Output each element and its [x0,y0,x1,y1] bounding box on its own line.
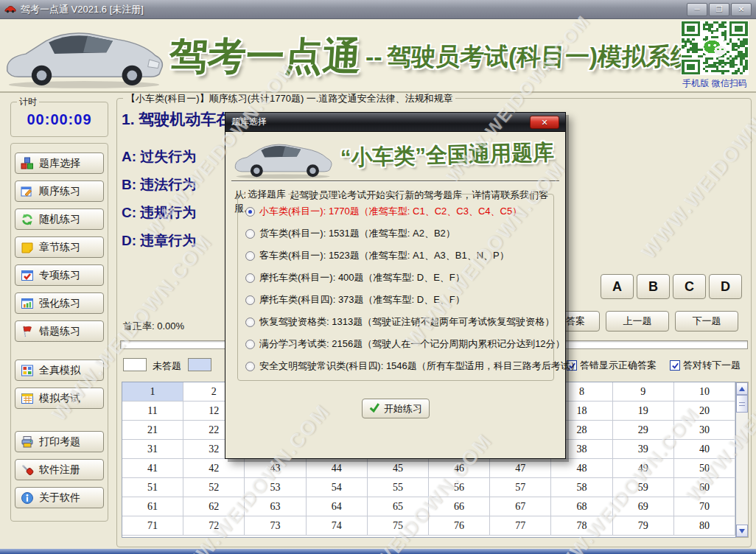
bank-option-5[interactable]: 摩托车类(科目四): 373题（准驾车型: D、E、F） [245,292,465,308]
bank-option-label: 满分学习考试类: 2156题（驾驶人在一个记分周期内累积记分达到12分） [259,337,565,351]
sidebar-button-shuffle[interactable]: 随机练习 [15,208,104,230]
grid-cell[interactable]: 66 [429,497,490,516]
bank-option-label: 摩托车类(科目一): 400题（准驾车型: D、E、F） [259,271,465,284]
grid-cell[interactable]: 53 [245,478,306,497]
grid-cell[interactable]: 45 [368,459,429,478]
start-practice-button[interactable]: 开始练习 [362,399,430,418]
minimize-button[interactable]: ─ [687,3,707,16]
bank-option-4[interactable]: 摩托车类(科目一): 400题（准驾车型: D、E、F） [245,270,465,286]
close-button[interactable]: ✕ [731,3,752,16]
grid-cell[interactable]: 21 [122,421,183,440]
thumb-grip-icon [739,402,745,406]
grid-cell[interactable]: 52 [183,478,245,497]
grid-cell[interactable]: 58 [551,478,612,497]
grid-cell[interactable]: 78 [551,516,612,536]
grid-cell[interactable]: 74 [307,516,368,536]
grid-cell[interactable]: 63 [245,497,306,516]
grid-cell[interactable]: 1 [122,382,183,402]
grid-cell[interactable]: 57 [490,478,551,497]
brand-dash: -- [365,43,382,71]
window-title: 驾考一点通 V2021.6 [未注册] [21,3,144,16]
sidebar-button-pencil[interactable]: 顺序练习 [15,180,104,202]
checkbox-show-correct-on-wrong[interactable]: 答错显示正确答案 [567,359,657,372]
grid-cell[interactable]: 75 [368,516,429,536]
dialog-close-button[interactable]: ✕ [530,116,559,129]
bank-option-6[interactable]: 恢复驾驶资格类: 1313题（驾驶证注销不超两年可考试恢复驾驶资格） [245,314,554,330]
bank-option-1[interactable]: 小车类(科目一): 1770题（准驾车型: C1、C2、C3、C4、C5） [245,203,522,220]
answer-button-C[interactable]: C [673,274,706,299]
option-D[interactable]: D: 违章行为 [122,231,196,250]
sidebar-button-flag[interactable]: 错题练习 [15,320,104,342]
grid-cell[interactable]: 47 [490,459,551,478]
scroll-down-button[interactable] [736,525,748,537]
grid-cell[interactable]: 79 [613,516,674,536]
bank-option-2[interactable]: 货车类(科目一): 1531题（准驾车型: A2、B2） [245,225,455,242]
grid-cell[interactable]: 50 [674,459,735,478]
answer-button-A[interactable]: A [601,274,634,299]
grid-cell[interactable]: 69 [613,497,674,516]
grid-cell[interactable]: 20 [674,402,735,421]
grid-cell[interactable]: 10 [674,382,735,402]
bank-option-8[interactable]: 安全文明驾驶常识类(科目四): 1546题（所有车型适用，科目三路考后考试） [245,358,580,374]
grid-cell[interactable]: 44 [307,459,368,478]
option-A[interactable]: A: 过失行为 [122,147,196,166]
grid-cell[interactable]: 77 [490,516,551,536]
grid-cell[interactable]: 68 [551,497,612,516]
answer-button-D[interactable]: D [709,274,742,299]
option-B[interactable]: B: 违法行为 [122,175,196,194]
next-question-button[interactable]: 下一题 [675,311,738,332]
grid-cell[interactable]: 19 [613,402,674,421]
grid-cell[interactable]: 61 [122,497,183,516]
grid-cell[interactable]: 71 [122,516,183,536]
grid-cell[interactable]: 11 [122,402,183,421]
grid-cell[interactable]: 72 [183,516,245,536]
grid-cell[interactable]: 64 [307,497,368,516]
scrollbar-thumb[interactable] [736,395,748,413]
grid-cell[interactable]: 9 [613,382,674,402]
sidebar-button-chart[interactable]: 强化练习 [15,292,104,314]
bank-option-label: 货车类(科目一): 1531题（准驾车型: A2、B2） [259,227,455,240]
option-C[interactable]: C: 违规行为 [122,203,196,222]
grid-cell[interactable]: 80 [674,516,735,536]
scrollbar-track[interactable] [736,413,748,525]
dialog-headline: “小车类”全国通用题库 [340,138,555,173]
grid-cell[interactable]: 29 [613,421,674,440]
grid-cell[interactable]: 31 [122,440,183,459]
grid-cell[interactable]: 51 [122,478,183,497]
grid-cell[interactable]: 48 [551,459,612,478]
grid-cell[interactable]: 65 [368,497,429,516]
bank-option-7[interactable]: 满分学习考试类: 2156题（驾驶人在一个记分周期内累积记分达到12分） [245,336,565,352]
grid-cell[interactable]: 67 [490,497,551,516]
maximize-button[interactable]: ❐ [709,3,729,16]
grid-cell[interactable]: 76 [429,516,490,536]
sidebar-button-printer[interactable]: 打印考题 [15,431,104,452]
bank-option-3[interactable]: 客车类(科目一): 1523题（准驾车型: A1、A3、B1、N、P） [245,248,509,264]
grid-cell[interactable]: 62 [183,497,245,516]
grid-cell[interactable]: 39 [613,440,674,459]
grid-cell[interactable]: 46 [429,459,490,478]
grid-cell[interactable]: 70 [674,497,735,516]
answer-button-B[interactable]: B [637,274,670,299]
grid-cell[interactable]: 55 [368,478,429,497]
sidebar-button-screwdriver[interactable]: 软件注册 [15,459,104,480]
grid-cell[interactable]: 42 [183,459,245,478]
grid-cell[interactable]: 73 [245,516,306,536]
prev-question-button[interactable]: 上一题 [606,311,669,332]
scroll-up-button[interactable] [736,382,748,395]
grid-cell[interactable]: 40 [674,440,735,459]
grid-cell[interactable]: 59 [613,478,674,497]
grid-cell[interactable]: 60 [674,478,735,497]
grid-cell[interactable]: 49 [613,459,674,478]
grid-cell[interactable]: 43 [245,459,306,478]
sidebar-button-grid[interactable]: 全真模拟 [15,360,104,381]
grid-cell[interactable]: 56 [429,478,490,497]
grid-cell[interactable]: 30 [674,421,735,440]
sidebar-button-check-window[interactable]: 专项练习 [15,264,104,286]
sidebar-button-calendar[interactable]: 模拟考试 [15,388,104,409]
grid-cell[interactable]: 41 [122,459,183,478]
sidebar-button-info[interactable]: 关于软件 [15,487,104,508]
grid-cell[interactable]: 54 [307,478,368,497]
checkbox-next-on-correct[interactable]: 答对转下一题 [670,359,741,372]
sidebar-button-cubes[interactable]: 题库选择 [15,152,104,174]
sidebar-button-note[interactable]: 章节练习 [15,236,104,258]
